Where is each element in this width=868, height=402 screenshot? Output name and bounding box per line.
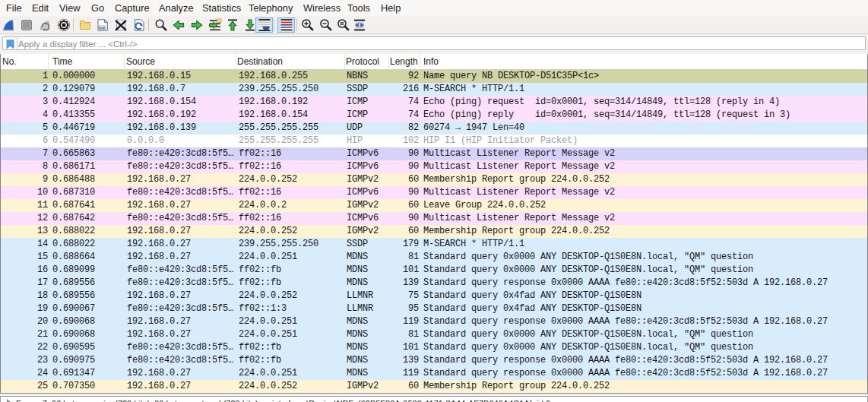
svg-text:010: 010 — [99, 27, 105, 30]
